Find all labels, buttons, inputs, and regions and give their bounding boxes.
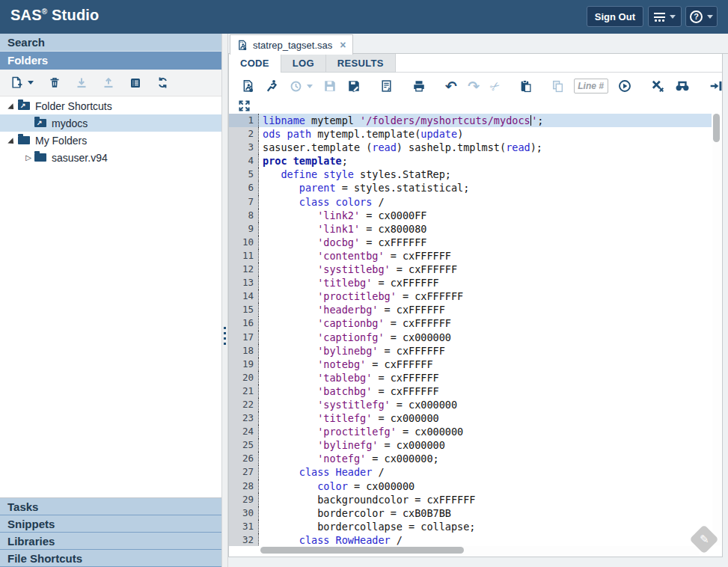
code-line[interactable]: 17 'captionfg' = cx000000 — [229, 331, 712, 344]
code-line[interactable]: 7 class colors / — [229, 195, 712, 209]
close-icon[interactable]: × — [340, 39, 346, 51]
line-number: 23 — [229, 411, 259, 425]
panel-tasks[interactable]: Tasks — [0, 498, 221, 515]
download-button[interactable] — [76, 77, 88, 89]
app-options-menu-button[interactable] — [648, 6, 682, 27]
panel-folders[interactable]: Folders — [0, 52, 221, 70]
paste-button[interactable] — [519, 79, 532, 93]
sign-out-button[interactable]: Sign Out — [587, 6, 643, 27]
redo-button[interactable]: ↷ — [468, 79, 480, 93]
tab-log[interactable]: LOG — [281, 54, 326, 73]
code-line[interactable]: 11 'contentbg' = cxFFFFFF — [229, 249, 712, 263]
document-tab[interactable]: statrep_tagset.sas × — [230, 34, 353, 55]
find-replace-button[interactable] — [675, 79, 690, 93]
submission-history-button[interactable] — [290, 80, 313, 93]
code-text: 'proctitlebg' = cxFFFFFF — [259, 289, 463, 303]
disclosure-triangle-icon[interactable] — [6, 100, 18, 112]
code-line[interactable]: 4proc template; — [229, 154, 712, 168]
run-button[interactable] — [266, 79, 279, 93]
code-line[interactable]: 27 class Header / — [229, 465, 712, 479]
code-line[interactable]: 6 parent = styles.statistical; — [229, 181, 712, 194]
tree-item-my-folders[interactable]: My Folders — [0, 132, 221, 149]
go-to-line-button[interactable] — [618, 79, 631, 93]
help-menu-button[interactable]: ? — [685, 6, 718, 27]
code-line[interactable]: 10 'docbg' = cxFFFFFF — [229, 236, 712, 249]
code-line[interactable]: 31 bordercollapse = collapse; — [229, 520, 712, 533]
code-line[interactable]: 32 class RowHeader / — [229, 533, 712, 546]
code-line[interactable]: 8 'link2' = cx0000FF — [229, 209, 712, 222]
tab-code[interactable]: CODE — [229, 54, 281, 73]
line-number: 29 — [229, 493, 259, 506]
panel-snippets[interactable]: Snippets — [0, 515, 221, 533]
code-line[interactable]: 3sasuser.template (read) sashelp.tmplmst… — [229, 141, 712, 154]
code-line[interactable]: 15 'headerbg' = cxFFFFFF — [229, 303, 712, 316]
disclosure-triangle-icon[interactable]: ▷ — [22, 149, 34, 166]
print-button[interactable] — [412, 79, 426, 93]
chevron-down-icon — [670, 15, 676, 19]
code-line[interactable]: 25 'bylinefg' = cx000000 — [229, 438, 712, 452]
undo-button[interactable]: ↶ — [445, 79, 457, 93]
code-line[interactable]: 23 'titlefg' = cx000000 — [229, 411, 712, 425]
code-line[interactable]: 20 'tablebg' = cxFFFFFF — [229, 371, 712, 384]
code-text: define style styles.StatRep; — [259, 168, 451, 181]
vertical-scrollbar[interactable] — [712, 114, 721, 545]
cut-button[interactable]: ✂ — [490, 79, 500, 94]
copy-button[interactable] — [551, 80, 564, 93]
code-text: 'bylinebg' = cxFFFFFF — [259, 344, 445, 358]
tree-item-mydocs[interactable]: ↗mydocs — [0, 114, 221, 132]
chevron-down-icon — [28, 81, 34, 85]
tree-item-sasuser-v94[interactable]: ▷sasuser.v94 — [0, 149, 221, 166]
code-text: 'titlebg' = cxFFFFFF — [259, 276, 439, 289]
new-item-button[interactable] — [10, 76, 34, 89]
line-number: 10 — [229, 236, 259, 249]
code-text: color = cx000000 — [259, 479, 415, 493]
code-line[interactable]: 21 'batchbg' = cxFFFFFF — [229, 384, 712, 398]
code-text: sasuser.template (read) sashelp.tmplmst(… — [259, 141, 542, 154]
tab-results[interactable]: RESULTS — [326, 54, 396, 73]
view-tabs: CODELOGRESULTS — [229, 54, 722, 73]
maximize-view-button[interactable] — [239, 100, 250, 111]
panel-search[interactable]: Search — [0, 34, 221, 52]
code-line[interactable]: 18 'bylinebg' = cxFFFFFF — [229, 344, 712, 358]
code-line[interactable]: 26 'notefg' = cx000000; — [229, 452, 712, 465]
line-number: 7 — [229, 195, 259, 209]
vertical-scrollbar-thumb[interactable] — [713, 114, 720, 142]
copy-icon — [551, 80, 564, 93]
code-line[interactable]: 22 'systitlefg' = cx000000 — [229, 398, 712, 411]
program-button[interactable] — [242, 79, 255, 93]
panel-file-shortcuts[interactable]: File Shortcuts — [0, 550, 221, 567]
code-line[interactable]: 9 'link1' = cx800080 — [229, 222, 712, 236]
disclosure-triangle-icon[interactable] — [6, 135, 18, 147]
tree-item-folder-shortcuts[interactable]: ↗Folder Shortcuts — [0, 97, 221, 114]
clear-code-button[interactable] — [651, 79, 664, 93]
code-line[interactable]: 19 'notebg' = cxFFFFFF — [229, 358, 712, 371]
code-line[interactable]: 5 define style styles.StatRep; — [229, 168, 712, 181]
code-text: class RowHeader / — [259, 533, 403, 546]
upload-button[interactable] — [103, 77, 114, 89]
code-line[interactable]: 13 'titlebg' = cxFFFFFF — [229, 276, 712, 289]
properties-button[interactable] — [129, 77, 141, 89]
line-number: 17 — [229, 331, 259, 344]
pane-splitter[interactable] — [221, 34, 228, 567]
code-editor[interactable]: 1libname mytempl '/folders/myshortcuts/m… — [229, 114, 712, 546]
code-line[interactable]: 1libname mytempl '/folders/myshortcuts/m… — [229, 114, 712, 127]
code-line[interactable]: 14 'proctitlebg' = cxFFFFFF — [229, 289, 712, 303]
line-number: 19 — [229, 358, 259, 371]
save-button[interactable] — [323, 79, 337, 93]
save-as-button[interactable] — [347, 79, 361, 93]
code-line[interactable]: 28 color = cx000000 — [229, 479, 712, 493]
horizontal-scrollbar-thumb[interactable] — [260, 547, 464, 554]
code-line[interactable]: 12 'systitlebg' = cxFFFFFF — [229, 263, 712, 276]
horizontal-scrollbar[interactable] — [260, 546, 700, 555]
line-number-input[interactable] — [574, 79, 608, 94]
indent-button[interactable] — [709, 79, 723, 93]
code-line[interactable]: 2ods path mytempl.template(update) — [229, 127, 712, 141]
code-line[interactable]: 16 'captionbg' = cxFFFFFF — [229, 316, 712, 330]
code-line[interactable]: 30 bordercolor = cxB0B7BB — [229, 506, 712, 520]
program-summary-button[interactable] — [380, 79, 393, 93]
delete-button[interactable] — [49, 76, 61, 89]
panel-libraries[interactable]: Libraries — [0, 533, 221, 550]
refresh-button[interactable] — [156, 76, 169, 89]
code-line[interactable]: 29 backgroundcolor = cxFFFFFF — [229, 493, 712, 506]
code-line[interactable]: 24 'proctitlefg' = cx000000 — [229, 425, 712, 438]
